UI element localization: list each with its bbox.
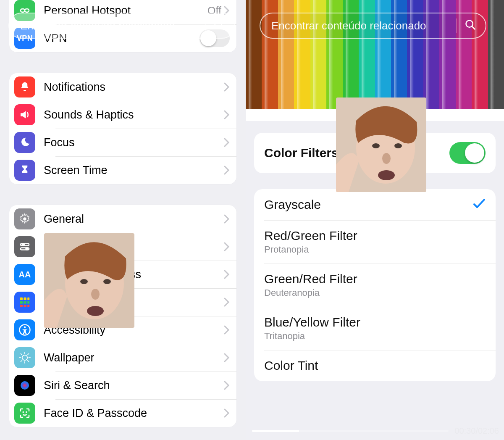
row-screen-time[interactable]: Screen Time [9, 156, 236, 184]
filter-title: Grayscale [264, 198, 473, 212]
svg-point-43 [394, 143, 402, 148]
gear-icon [14, 208, 35, 229]
svg-point-28 [23, 412, 24, 412]
row-label: Siri & Search [44, 379, 224, 392]
row-face-id-passcode[interactable]: Face ID & Passcode [9, 399, 236, 427]
search-placeholder: Encontrar conteúdo relacionado [20, 19, 198, 32]
svg-point-29 [26, 412, 26, 412]
row-label: General [44, 213, 224, 226]
svg-line-24 [27, 360, 29, 362]
color-pencil [488, 0, 504, 109]
sliders-icon [14, 236, 35, 257]
color-filters-toggle[interactable] [449, 142, 486, 164]
svg-rect-0 [21, 9, 25, 12]
search-overlay-left[interactable]: Encontrar conteúdo relacionado [8, 13, 235, 39]
row-label: Focus [44, 136, 224, 149]
row-siri-search[interactable]: Siri & Search [9, 371, 236, 399]
video-footer: 00:30/02:06 [252, 426, 499, 436]
svg-point-42 [372, 143, 380, 148]
bell-icon [14, 76, 35, 97]
svg-rect-15 [27, 305, 29, 307]
svg-line-31 [221, 26, 224, 29]
svg-line-33 [472, 26, 475, 29]
wallpaper-icon [14, 347, 35, 368]
svg-line-23 [21, 353, 22, 355]
text-size-icon: AA [14, 264, 35, 285]
svg-rect-11 [24, 301, 26, 304]
svg-point-37 [103, 279, 111, 284]
filter-subtitle: Protanopia [264, 244, 486, 255]
row-notifications[interactable]: Notifications [9, 73, 236, 101]
chevron-right-icon [224, 381, 230, 390]
search-icon[interactable] [465, 19, 476, 32]
svg-point-44 [382, 153, 391, 164]
svg-rect-13 [20, 305, 23, 307]
row-wallpaper[interactable]: Wallpaper [9, 344, 236, 371]
filter-title: Red/Green Filter [264, 229, 486, 243]
row-label: Wallpaper [44, 351, 224, 364]
svg-line-26 [27, 353, 29, 355]
chevron-right-icon [224, 138, 230, 147]
video-progress[interactable] [252, 430, 449, 432]
hourglass-icon [14, 160, 35, 181]
siri-icon [14, 375, 35, 396]
filter-color-tint[interactable]: Color Tint [254, 350, 496, 381]
svg-rect-7 [20, 298, 23, 300]
svg-point-18 [22, 355, 28, 361]
color-filters-pane: Color Filters Grayscale Red/Green Filter… [246, 0, 504, 440]
svg-point-45 [378, 170, 395, 180]
chevron-right-icon [224, 270, 230, 279]
svg-point-39 [87, 306, 104, 316]
svg-rect-8 [24, 298, 26, 300]
video-timer: 00:30/02:06 [454, 426, 499, 436]
row-label: Face ID & Passcode [44, 407, 224, 420]
color-pencil [246, 0, 262, 109]
svg-point-27 [21, 381, 29, 390]
search-placeholder: Encontrar conteúdo relacionado [271, 19, 449, 32]
filter-title: Green/Red Filter [264, 272, 486, 286]
settings-root-pane: Personal Hotspot Off VPN VPN [0, 0, 246, 440]
moon-icon [14, 132, 35, 153]
chevron-right-icon [224, 166, 230, 175]
chevron-right-icon [224, 82, 230, 92]
row-label: Notifications [44, 81, 224, 94]
home-grid-icon [14, 292, 35, 313]
row-label: Screen Time [44, 164, 224, 177]
svg-point-38 [91, 289, 100, 300]
svg-point-17 [24, 327, 26, 329]
chevron-right-icon [224, 298, 230, 307]
svg-point-36 [80, 279, 88, 284]
svg-point-6 [26, 248, 28, 250]
settings-group-notifications: Notifications Sounds & Haptics Focus [9, 73, 236, 184]
filter-tritanopia[interactable]: Blue/Yellow Filter Tritanopia [254, 307, 496, 350]
svg-point-2 [23, 217, 26, 221]
filter-grayscale[interactable]: Grayscale [254, 189, 496, 220]
accessibility-icon [14, 319, 35, 340]
search-overlay-right[interactable]: Encontrar conteúdo relacionado [260, 13, 486, 39]
search-icon[interactable] [213, 19, 225, 32]
presenter-video-overlay [44, 233, 134, 328]
filter-protanopia[interactable]: Red/Green Filter Protanopia [254, 220, 496, 263]
checkmark-icon [473, 198, 486, 211]
svg-rect-1 [25, 9, 29, 12]
filter-deuteranopia[interactable]: Green/Red Filter Deuteranopia [254, 263, 496, 307]
svg-rect-12 [27, 301, 29, 304]
presenter-video-overlay [336, 97, 426, 192]
chevron-right-icon [224, 242, 230, 251]
svg-point-5 [22, 244, 24, 246]
filter-title: Blue/Yellow Filter [264, 315, 486, 329]
face-id-icon [14, 403, 35, 424]
svg-rect-10 [20, 301, 23, 304]
row-sounds-haptics[interactable]: Sounds & Haptics [9, 101, 236, 129]
filter-subtitle: Tritanopia [264, 331, 486, 342]
chevron-right-icon [224, 325, 230, 335]
row-focus[interactable]: Focus [9, 129, 236, 156]
row-general[interactable]: General [9, 205, 236, 233]
svg-rect-14 [24, 305, 26, 307]
filter-title: Color Tint [264, 358, 486, 373]
svg-line-25 [21, 360, 22, 362]
chevron-right-icon [224, 408, 230, 418]
speaker-icon [14, 104, 35, 125]
color-filters-list: Grayscale Red/Green Filter Protanopia Gr… [254, 189, 496, 381]
chevron-right-icon [224, 214, 230, 224]
